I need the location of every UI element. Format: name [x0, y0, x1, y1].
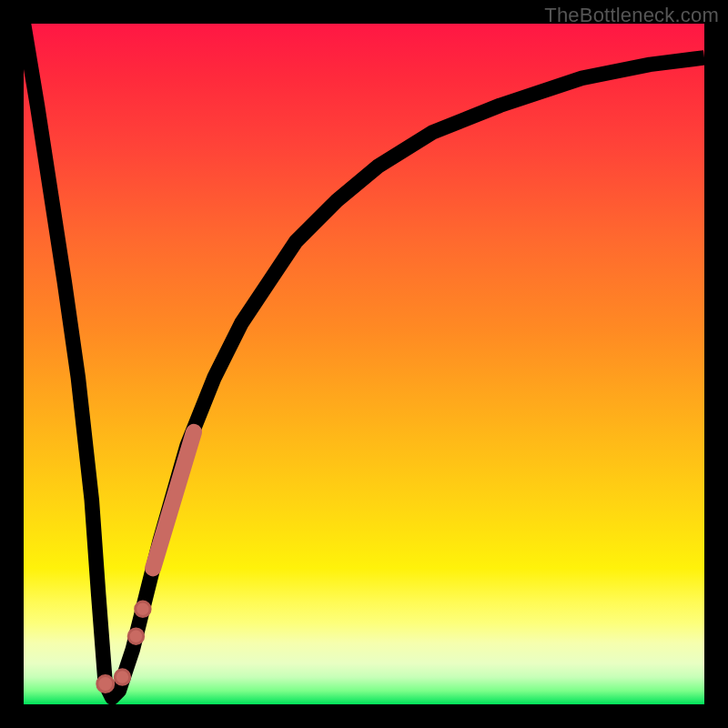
- curve-svg: [24, 24, 704, 704]
- data-point-cluster: [153, 432, 194, 569]
- bottleneck-curve: [24, 24, 704, 698]
- watermark-text: TheBottleneck.com: [544, 4, 719, 27]
- data-point-dot: [97, 676, 114, 693]
- data-point-dot: [128, 629, 143, 643]
- chart-frame: TheBottleneck.com: [0, 0, 728, 728]
- data-point-dot: [136, 602, 150, 616]
- data-point-dot: [115, 670, 129, 684]
- plot-area: [24, 24, 704, 704]
- marker-layer: [97, 432, 194, 693]
